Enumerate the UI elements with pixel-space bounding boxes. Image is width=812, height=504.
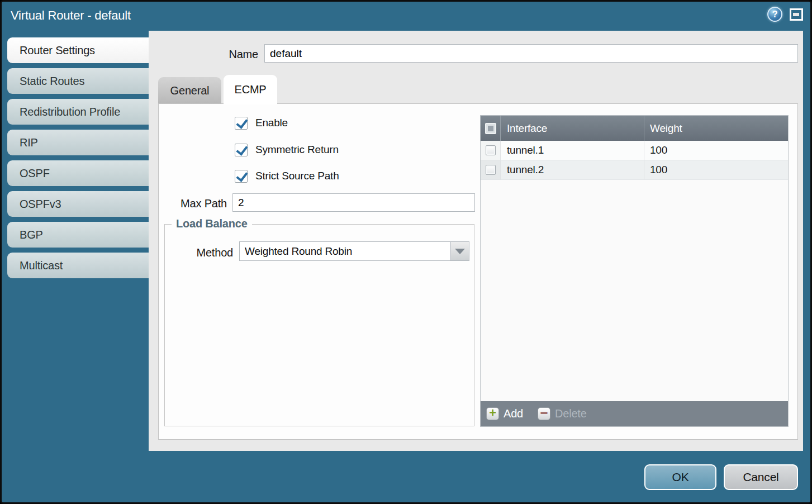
ecmp-tab-panel: Enable Symmetric Return Strict Source Pa… <box>158 103 798 440</box>
interface-table: Interface Weight tunnel.1 100 tunnel.2 1… <box>480 115 789 427</box>
load-balance-group: Load Balance Method Weighted Round Robin <box>164 224 474 426</box>
weight-cell: 100 <box>644 141 788 160</box>
main-panel: Name General ECMP Enable Symmetric Retur… <box>149 31 803 451</box>
tab-ecmp[interactable]: ECMP <box>224 75 277 104</box>
sidebar-item-static-routes[interactable]: Static Routes <box>7 68 150 94</box>
interface-column-header[interactable]: Interface <box>501 116 644 141</box>
weight-column-header[interactable]: Weight <box>644 116 788 141</box>
cancel-button[interactable]: Cancel <box>724 464 798 490</box>
sidebar-item-ospf[interactable]: OSPF <box>7 160 150 186</box>
add-button[interactable]: + Add <box>486 407 523 420</box>
strict-source-path-checkbox[interactable] <box>235 170 248 183</box>
sidebar-item-label: Multicast <box>20 259 63 272</box>
max-path-input[interactable] <box>232 193 475 212</box>
name-input[interactable] <box>264 44 798 63</box>
minus-icon: − <box>538 407 550 420</box>
tab-label: ECMP <box>235 83 267 96</box>
cancel-button-label: Cancel <box>743 470 778 484</box>
interface-cell: tunnel.1 <box>501 141 644 160</box>
table-row[interactable]: tunnel.2 100 <box>481 160 788 180</box>
chevron-down-icon <box>455 249 465 254</box>
plus-icon: + <box>486 407 499 420</box>
method-dropdown-button[interactable] <box>450 242 469 260</box>
symmetric-return-row: Symmetric Return <box>235 142 339 157</box>
strict-source-path-label: Strict Source Path <box>255 170 339 182</box>
help-icon[interactable]: ? <box>767 7 782 22</box>
tab-general[interactable]: General <box>158 77 221 104</box>
table-header: Interface Weight <box>481 116 788 141</box>
sidebar-item-label: Static Routes <box>20 75 84 88</box>
method-selected-value: Weighted Round Robin <box>240 242 450 260</box>
row-select-cell <box>481 141 501 160</box>
method-label: Method <box>165 246 233 259</box>
restore-window-icon[interactable] <box>790 8 803 21</box>
load-balance-legend: Load Balance <box>172 217 252 230</box>
table-row[interactable]: tunnel.1 100 <box>481 141 788 160</box>
sidebar-item-label: OSPF <box>20 167 50 180</box>
select-all-cell <box>481 116 501 141</box>
sidebar-item-label: Router Settings <box>20 44 95 57</box>
sidebar-item-label: BGP <box>20 229 43 241</box>
name-label: Name <box>149 48 258 61</box>
row-checkbox[interactable] <box>486 165 496 175</box>
enable-label: Enable <box>255 117 288 129</box>
row-checkbox[interactable] <box>486 145 496 155</box>
delete-button-label: Delete <box>555 407 587 420</box>
max-path-label: Max Path <box>159 197 227 210</box>
delete-button[interactable]: − Delete <box>538 407 587 420</box>
dialog-title: Virtual Router - default <box>11 8 131 23</box>
weight-cell: 100 <box>644 160 788 179</box>
ok-button-label: OK <box>672 470 689 484</box>
sidebar-item-bgp[interactable]: BGP <box>7 222 150 248</box>
sidebar-item-label: OSPFv3 <box>20 198 61 211</box>
table-empty-area <box>481 180 788 401</box>
symmetric-return-checkbox[interactable] <box>235 144 248 156</box>
sidebar-item-rip[interactable]: RIP <box>7 130 150 155</box>
select-all-checkbox[interactable] <box>485 123 496 134</box>
enable-checkbox[interactable] <box>235 117 248 130</box>
add-button-label: Add <box>504 407 523 420</box>
virtual-router-dialog: Virtual Router - default ? Router Settin… <box>0 0 812 504</box>
table-toolbar: + Add − Delete <box>481 401 788 426</box>
sidebar-item-label: RIP <box>20 136 38 149</box>
enable-row: Enable <box>235 116 288 130</box>
row-select-cell <box>481 160 501 179</box>
sidebar-item-multicast[interactable]: Multicast <box>7 253 150 278</box>
strict-source-path-row: Strict Source Path <box>235 169 339 183</box>
method-dropdown[interactable]: Weighted Round Robin <box>239 241 469 261</box>
symmetric-return-label: Symmetric Return <box>255 144 339 156</box>
sidebar-item-label: Redistribution Profile <box>20 106 120 118</box>
tab-label: General <box>170 84 210 97</box>
interface-cell: tunnel.2 <box>501 160 644 179</box>
sidebar-item-ospfv3[interactable]: OSPFv3 <box>7 191 150 217</box>
ok-button[interactable]: OK <box>644 464 716 490</box>
sidebar: Router Settings Static Routes Redistribu… <box>7 37 150 283</box>
sidebar-item-redistribution-profile[interactable]: Redistribution Profile <box>7 99 150 125</box>
sidebar-item-router-settings[interactable]: Router Settings <box>7 37 150 63</box>
